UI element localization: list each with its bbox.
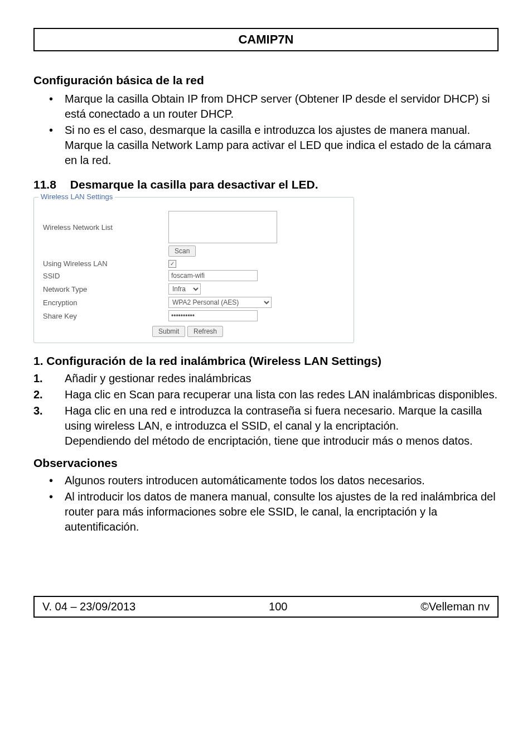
header-title-box: CAMIP7N bbox=[33, 28, 499, 51]
network-list-label: Wireless Network List bbox=[41, 210, 166, 244]
item-text: Añadir y gestionar redes inalámbricas bbox=[65, 371, 499, 386]
using-wlan-checkbox[interactable]: ✓ bbox=[168, 260, 176, 268]
list-item: 3. Haga clic en una red e introduzca la … bbox=[33, 403, 499, 449]
bullet-icon: • bbox=[49, 123, 65, 168]
section4-list: • Algunos routers introducen automáticam… bbox=[49, 473, 499, 535]
item-text: Haga clic en Scan para recuperar una lis… bbox=[65, 387, 499, 402]
section2-number: 11.8 bbox=[33, 178, 67, 191]
scan-button[interactable]: Scan bbox=[168, 245, 196, 257]
nettype-label: Network Type bbox=[41, 282, 166, 296]
item-number: 1. bbox=[33, 371, 65, 386]
list-item: • Algunos routers introducen automáticam… bbox=[49, 473, 499, 488]
wlan-form-table: Wireless Network List Scan Using Wireles… bbox=[41, 210, 347, 322]
footer-version: V. 04 – 23/09/2013 bbox=[42, 600, 136, 613]
encryption-label: Encryption bbox=[41, 296, 166, 309]
wlan-fieldset: Wireless LAN Settings Wireless Network L… bbox=[33, 197, 354, 343]
wlan-screenshot: Wireless LAN Settings Wireless Network L… bbox=[33, 197, 354, 343]
footer-copyright: ©Velleman nv bbox=[420, 600, 490, 613]
using-wlan-label: Using Wireless LAN bbox=[41, 258, 166, 269]
submit-row: Submit Refresh bbox=[41, 326, 347, 337]
bullet-text: Si no es el caso, desmarque la casilla e… bbox=[65, 123, 499, 168]
section2-text: Desmarque la casilla para desactivar el … bbox=[70, 178, 318, 191]
wlan-legend: Wireless LAN Settings bbox=[38, 192, 115, 201]
section1-heading: Configuración básica de la red bbox=[33, 74, 499, 87]
sharekey-input[interactable] bbox=[168, 310, 258, 321]
bullet-icon: • bbox=[49, 489, 65, 535]
list-item: • Si no es el caso, desmarque la casilla… bbox=[49, 123, 499, 168]
bullet-icon: • bbox=[49, 473, 65, 488]
item-number: 3. bbox=[33, 403, 65, 449]
ssid-label: SSID bbox=[41, 269, 166, 282]
list-item: • Marque la casilla Obtain IP from DHCP … bbox=[49, 92, 499, 122]
network-list-box[interactable] bbox=[168, 211, 277, 243]
bullet-icon: • bbox=[49, 92, 65, 122]
footer-page: 100 bbox=[269, 600, 287, 613]
footer-box: V. 04 – 23/09/2013 100 ©Velleman nv bbox=[33, 596, 499, 618]
header-title: CAMIP7N bbox=[238, 32, 293, 46]
refresh-button[interactable]: Refresh bbox=[187, 326, 223, 337]
item-number: 2. bbox=[33, 387, 65, 402]
nettype-select[interactable]: Infra bbox=[168, 283, 201, 295]
bullet-text: Al introducir los datos de manera manual… bbox=[65, 489, 499, 535]
bullet-text: Algunos routers introducen automáticamen… bbox=[65, 473, 499, 488]
bullet-text: Marque la casilla Obtain IP from DHCP se… bbox=[65, 92, 499, 122]
section3-heading: 1. Configuración de la red inalámbrica (… bbox=[33, 354, 499, 368]
section4-heading: Observaciones bbox=[33, 456, 499, 470]
list-item: 2. Haga clic en Scan para recuperar una … bbox=[33, 387, 499, 402]
section2-heading: 11.8 Desmarque la casilla para desactiva… bbox=[33, 178, 499, 191]
list-item: 1. Añadir y gestionar redes inalámbricas bbox=[33, 371, 499, 386]
list-item: • Al introducir los datos de manera manu… bbox=[49, 489, 499, 535]
ssid-input[interactable] bbox=[168, 270, 258, 281]
submit-button[interactable]: Submit bbox=[152, 326, 185, 337]
section1-list: • Marque la casilla Obtain IP from DHCP … bbox=[49, 92, 499, 168]
sharekey-label: Share Key bbox=[41, 309, 166, 322]
section3-list: 1. Añadir y gestionar redes inalámbricas… bbox=[33, 371, 499, 449]
item-text: Haga clic en una red e introduzca la con… bbox=[65, 403, 499, 449]
encryption-select[interactable]: WPA2 Personal (AES) bbox=[168, 297, 272, 308]
